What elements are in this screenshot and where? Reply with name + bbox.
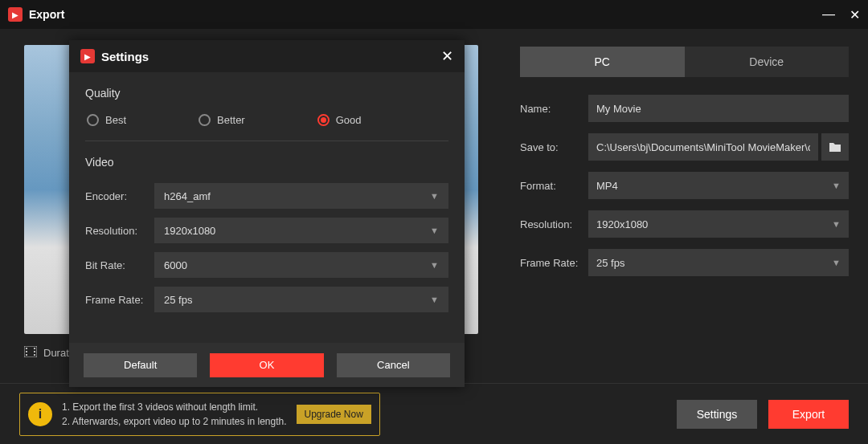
chevron-down-icon: ▼ (832, 181, 841, 190)
radio-best[interactable]: Best (87, 114, 126, 126)
framerate-value: 25 fps (596, 257, 624, 269)
chevron-down-icon: ▼ (430, 191, 439, 201)
framerate-value-modal: 25 fps (164, 294, 192, 306)
resolution-value-modal: 1920x1080 (164, 225, 215, 237)
chevron-down-icon: ▼ (430, 226, 439, 235)
resolution-label-modal: Resolution: (85, 225, 154, 237)
settings-button[interactable]: Settings (677, 400, 757, 429)
modal-title: Settings (101, 50, 149, 63)
chevron-down-icon: ▼ (832, 258, 841, 267)
format-label: Format: (520, 180, 588, 192)
encoder-label: Encoder: (85, 190, 154, 202)
app-icon: ▶ (80, 49, 95, 63)
encoder-value: h264_amf (164, 190, 211, 202)
radio-icon (87, 114, 99, 126)
folder-icon (829, 141, 841, 153)
row-name: Name: (520, 95, 849, 122)
svg-rect-1 (26, 348, 27, 349)
save-to-input-wrapper (588, 133, 818, 161)
radio-label-good: Good (336, 114, 362, 126)
resolution-select-modal[interactable]: 1920x1080 ▼ (154, 218, 448, 243)
bottom-buttons: Settings Export (677, 400, 849, 429)
settings-modal: ▶ Settings ✕ Quality Best Better Good (69, 40, 465, 387)
save-to-label: Save to: (520, 141, 588, 153)
promo-line-1: 1. Export the first 3 videos without len… (62, 400, 287, 414)
chevron-down-icon: ▼ (430, 295, 439, 304)
format-value: MP4 (596, 180, 618, 192)
promo-box: i 1. Export the first 3 videos without l… (19, 393, 380, 436)
encoder-select[interactable]: h264_amf ▼ (154, 183, 448, 209)
row-save-to: Save to: (520, 133, 849, 161)
bitrate-value: 6000 (164, 259, 187, 271)
save-to-input[interactable] (596, 141, 810, 153)
export-button[interactable]: Export (768, 400, 849, 429)
svg-rect-2 (26, 351, 27, 352)
browse-button[interactable] (821, 133, 849, 161)
modal-close-button[interactable]: ✕ (441, 47, 453, 65)
divider (85, 141, 448, 141)
promo-text: 1. Export the first 3 videos without len… (62, 400, 287, 429)
ok-button[interactable]: OK (210, 353, 323, 377)
name-input[interactable] (596, 103, 841, 115)
framerate-select[interactable]: 25 fps ▼ (588, 249, 849, 276)
close-button[interactable]: ✕ (850, 7, 860, 22)
video-heading: Video (85, 156, 448, 169)
framerate-label-modal: Frame Rate: (85, 294, 154, 306)
resolution-select[interactable]: 1920x1080 ▼ (588, 210, 849, 238)
row-resolution-modal: Resolution: 1920x1080 ▼ (85, 218, 448, 243)
right-panel: PC Device Name: Save to: Format: (502, 29, 868, 383)
radio-label-best: Best (105, 114, 126, 126)
quality-radio-group: Best Better Good (85, 114, 448, 126)
window-title: Export (29, 8, 64, 21)
output-tabs: PC Device (520, 47, 849, 77)
framerate-label: Frame Rate: (520, 257, 588, 269)
titlebar: ▶ Export — ✕ (0, 0, 868, 29)
radio-icon (317, 114, 330, 126)
bitrate-label: Bit Rate: (85, 259, 154, 271)
row-framerate: Frame Rate: 25 fps ▼ (520, 249, 849, 276)
row-encoder: Encoder: h264_amf ▼ (85, 183, 448, 209)
row-bitrate: Bit Rate: 6000 ▼ (85, 252, 448, 278)
cancel-button[interactable]: Cancel (337, 353, 450, 377)
name-input-wrapper[interactable] (588, 95, 849, 122)
name-label: Name: (520, 103, 588, 115)
info-icon: i (28, 402, 52, 426)
radio-better[interactable]: Better (199, 114, 245, 126)
duration-label: Durat (43, 347, 69, 359)
tab-device[interactable]: Device (685, 47, 850, 77)
resolution-label: Resolution: (520, 218, 588, 230)
quality-heading: Quality (85, 87, 448, 100)
app-icon: ▶ (8, 7, 23, 22)
window-controls: — ✕ (822, 7, 860, 22)
minimize-button[interactable]: — (822, 7, 835, 22)
modal-header: ▶ Settings ✕ (69, 40, 465, 72)
svg-rect-4 (34, 348, 35, 349)
film-icon (24, 346, 37, 360)
framerate-select-modal[interactable]: 25 fps ▼ (154, 287, 448, 312)
upgrade-button[interactable]: Upgrade Now (297, 405, 371, 424)
svg-rect-3 (26, 354, 27, 356)
tab-pc[interactable]: PC (520, 47, 685, 77)
format-select[interactable]: MP4 ▼ (588, 172, 849, 199)
titlebar-left: ▶ Export (8, 7, 64, 22)
row-framerate-modal: Frame Rate: 25 fps ▼ (85, 287, 448, 312)
radio-icon (199, 114, 211, 126)
svg-rect-5 (34, 351, 35, 352)
export-window: ▶ Export — ✕ Durat PC Device Name: (0, 0, 868, 444)
row-format: Format: MP4 ▼ (520, 172, 849, 199)
default-button[interactable]: Default (84, 353, 197, 377)
radio-label-better: Better (217, 114, 245, 126)
svg-rect-6 (34, 354, 35, 356)
modal-body: Quality Best Better Good Video Encoder: (69, 72, 465, 336)
modal-footer: Default OK Cancel (69, 343, 465, 387)
bitrate-select[interactable]: 6000 ▼ (154, 252, 448, 278)
chevron-down-icon: ▼ (832, 219, 841, 229)
promo-line-2: 2. Afterwards, export video up to 2 minu… (62, 414, 287, 429)
radio-good[interactable]: Good (317, 114, 362, 126)
bottom-bar: i 1. Export the first 3 videos without l… (0, 383, 868, 444)
chevron-down-icon: ▼ (430, 260, 439, 270)
row-resolution: Resolution: 1920x1080 ▼ (520, 210, 849, 238)
resolution-value: 1920x1080 (596, 218, 648, 230)
